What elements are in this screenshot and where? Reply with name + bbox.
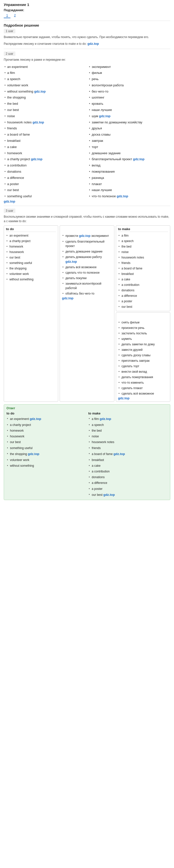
tomake-list: a film a speech the bed noise housework … xyxy=(118,233,168,309)
list-item: a poster xyxy=(118,299,168,304)
list-item: our best xyxy=(4,107,86,113)
list-item: a difference xyxy=(4,175,86,181)
list-item: the shopping xyxy=(4,95,86,101)
list-item: the shopping gdz.top xyxy=(6,451,86,457)
answer-tomake-title: to make xyxy=(88,411,168,415)
watermark-step2b: gdz.top xyxy=(33,120,44,124)
answer-todo-title: to do xyxy=(6,411,86,415)
list-item: речь xyxy=(88,76,170,82)
wm-ans1: gdz.top xyxy=(30,417,41,421)
watermark-step2e: gdz.top xyxy=(133,157,144,161)
section-title: Подробное решение xyxy=(4,23,170,27)
step2-text: Прочитаем лексику в рамке и переведем ее… xyxy=(4,58,170,62)
wm-make-bottom: gdz.top xyxy=(118,396,168,400)
step1-text: Внимательно прочитаем задание, чтобы пон… xyxy=(4,35,170,39)
answer-two-col: to do an experiment gdz.top a charity pr… xyxy=(6,411,168,498)
list-item: donations xyxy=(4,169,86,175)
tomake-translation-list: снять фильм произнести речь застелить по… xyxy=(118,320,168,396)
answer-label: Ответ xyxy=(6,406,168,410)
list-item: a cake xyxy=(4,144,86,150)
watermark-1: gdz.top xyxy=(88,42,99,45)
list-item: шуметь xyxy=(118,336,168,342)
list-item: housework xyxy=(6,249,56,255)
wm-ans3: gdz.top xyxy=(100,417,111,421)
list-item: a cake xyxy=(88,463,168,469)
list-item: our best gdz.top xyxy=(88,492,168,498)
list-item: плакат xyxy=(88,181,170,187)
list-item: a poster xyxy=(4,181,86,187)
list-item: a film xyxy=(118,233,168,238)
tab-1[interactable]: 1 xyxy=(4,13,10,18)
list-item: a difference xyxy=(118,293,168,299)
list-item: homework xyxy=(6,428,86,434)
step3-text-content: Воспользуемся своими знаниями и словарно… xyxy=(4,215,169,223)
list-item: without something xyxy=(6,277,56,282)
list-item: the shopping xyxy=(6,266,56,271)
list-item: our best xyxy=(4,187,86,193)
list-item: donations xyxy=(118,287,168,293)
watermark-step2a: gdz.top xyxy=(34,90,45,93)
wm-ans4: gdz.top xyxy=(113,452,125,456)
list-item: housework xyxy=(6,434,86,439)
list-item: the bed xyxy=(88,428,168,434)
step1-text-content: Внимательно прочитаем задание, чтобы пон… xyxy=(4,35,149,39)
list-item: friends xyxy=(4,125,86,132)
step1-text2: Распределим лексику и сочетание глаголов… xyxy=(4,41,170,46)
tomake-box-title: to make xyxy=(118,227,168,232)
list-item: our best xyxy=(118,304,168,309)
list-item: произнести речь xyxy=(118,325,168,331)
list-item: пожертвования xyxy=(88,169,170,175)
watermark-step2f: gdz.top xyxy=(117,194,128,198)
list-item: an experiment gdz.top xyxy=(6,416,86,422)
todo-list: an experiment a charity project homework… xyxy=(6,233,56,282)
list-item: homework xyxy=(4,150,86,156)
list-item: обойтись без чего-то xyxy=(62,291,112,296)
divider-1 xyxy=(4,21,170,21)
list-item: что-то полезное gdz.top xyxy=(88,193,170,199)
list-item: without something gdz.top xyxy=(4,89,86,95)
list-item: breakfast xyxy=(118,271,168,277)
tab-2[interactable]: 2 xyxy=(11,13,18,18)
list-item: an experiment xyxy=(6,233,56,238)
wm-ans2: gdz.top xyxy=(28,452,39,456)
step2-vocab-grid: an experiment a film a speech volunteer … xyxy=(4,64,170,204)
list-item: волонтёрская работа xyxy=(88,82,170,89)
step2-text-content: Прочитаем лексику в рамке и переведем ее… xyxy=(4,58,66,61)
list-item: a speech xyxy=(4,76,86,82)
watermark-step2c: gdz.top xyxy=(31,157,42,161)
list-item: шум gdz.top xyxy=(88,113,170,119)
list-item: делать покупки xyxy=(62,275,112,281)
list-item: без чего-то xyxy=(88,89,170,95)
list-item: приготовить завтрак xyxy=(118,358,168,364)
list-item: a cake xyxy=(118,277,168,282)
list-item: a charity project xyxy=(6,422,86,428)
list-item: a board of fame xyxy=(4,132,86,138)
page-title: Упражнение 1 xyxy=(4,2,170,7)
step2-left-col: an experiment a film a speech volunteer … xyxy=(4,64,86,204)
list-item: наши лучшие xyxy=(88,187,170,193)
list-item: сделать доску славы xyxy=(118,352,168,358)
step2-label: 2 шаг xyxy=(4,52,15,56)
list-item: друзья xyxy=(88,125,170,132)
answer-todo-list: an experiment gdz.top a charity project … xyxy=(6,416,86,469)
list-item: завести друзей xyxy=(118,347,168,352)
tomake-translation-box: - снять фильм произнести речь застелить … xyxy=(116,312,170,402)
list-item: friends xyxy=(88,445,168,451)
list-item: сделать торт xyxy=(118,364,168,369)
list-item: a poster xyxy=(88,486,168,492)
list-item: an experiment xyxy=(4,64,86,70)
list-item: something useful xyxy=(6,445,86,451)
list-item: делать домашнее задание xyxy=(62,249,112,254)
wm-t2: gdz.top xyxy=(65,260,77,264)
list-item: сделать благотворительный проект xyxy=(62,239,112,249)
list-item: домашнее задание xyxy=(88,150,170,156)
list-item: something useful xyxy=(6,260,56,266)
wm-ans5: gdz.top xyxy=(103,493,115,497)
list-item: housework notes xyxy=(88,439,168,445)
list-item: кровать xyxy=(88,101,170,107)
list-item: a charity project gdz.top xyxy=(4,156,86,162)
list-item: a difference xyxy=(88,480,168,486)
list-item: without something xyxy=(6,463,86,469)
answer-tomake-list: a film gdz.top a speech the bed noise ho… xyxy=(88,416,168,498)
list-item: благотворительный проект gdz.top xyxy=(88,156,170,162)
